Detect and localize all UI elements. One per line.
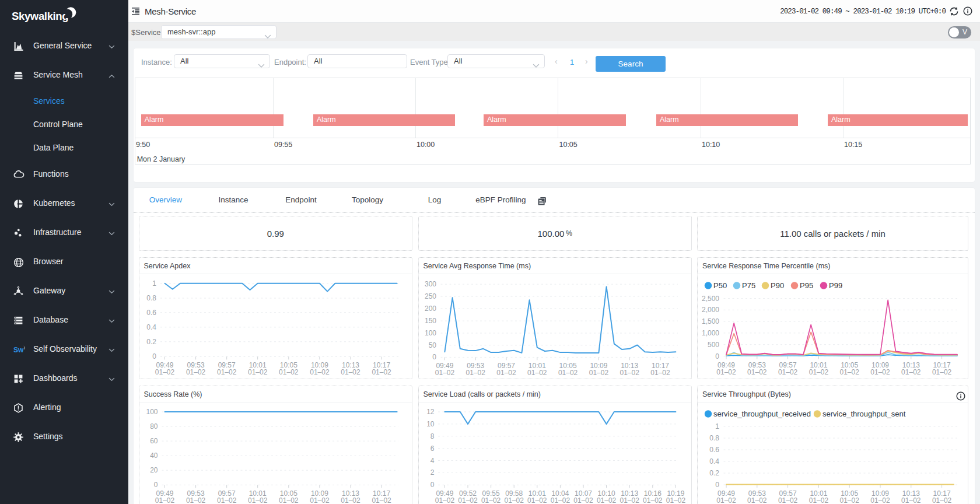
svg-text:01–02: 01–02: [809, 368, 829, 376]
svg-text:6: 6: [430, 444, 434, 453]
svg-text:10: 10: [426, 420, 435, 428]
svg-text:500: 500: [708, 340, 719, 348]
svg-text:01–02: 01–02: [217, 368, 237, 376]
svg-text:01–02: 01–02: [650, 369, 670, 377]
svg-text:01–02: 01–02: [901, 496, 921, 504]
svg-text:0: 0: [152, 352, 156, 360]
svg-text:50: 50: [428, 341, 436, 349]
svg-text:P90: P90: [771, 281, 784, 290]
svg-text:01–02: 01–02: [279, 496, 299, 504]
svg-text:01–02: 01–02: [155, 496, 174, 504]
svg-text:80: 80: [150, 422, 158, 430]
svg-text:60: 60: [150, 437, 158, 445]
svg-text:0: 0: [432, 353, 436, 361]
svg-text:01–02: 01–02: [901, 368, 921, 376]
svg-text:01–02: 01–02: [778, 368, 798, 376]
svg-text:2: 2: [430, 468, 434, 477]
svg-text:01–02: 01–02: [496, 369, 516, 377]
svg-text:100: 100: [424, 329, 436, 337]
svg-text:service_throughput_sent: service_throughput_sent: [822, 410, 906, 418]
svg-text:0: 0: [715, 352, 719, 360]
svg-text:0: 0: [153, 481, 158, 489]
svg-text:01–02: 01–02: [435, 496, 454, 504]
svg-text:100: 100: [146, 408, 158, 416]
svg-text:12: 12: [426, 408, 435, 416]
svg-text:01–02: 01–02: [666, 496, 685, 504]
svg-text:01–02: 01–02: [596, 496, 616, 504]
svg-text:01–02: 01–02: [310, 496, 330, 504]
svg-text:150: 150: [424, 317, 436, 325]
svg-text:01–02: 01–02: [248, 368, 268, 376]
svg-text:2,000: 2,000: [702, 306, 719, 314]
svg-text:0.4: 0.4: [709, 457, 719, 466]
svg-text:300: 300: [424, 280, 436, 288]
svg-text:01–02: 01–02: [716, 368, 736, 376]
svg-text:0.6: 0.6: [146, 308, 156, 316]
svg-text:P75: P75: [742, 281, 755, 290]
svg-text:0.2: 0.2: [709, 469, 719, 477]
svg-text:service_throughput_received: service_throughput_received: [713, 410, 811, 418]
svg-text:01–02: 01–02: [870, 368, 890, 376]
svg-text:01–02: 01–02: [217, 496, 237, 504]
svg-text:40: 40: [150, 452, 158, 460]
svg-text:1: 1: [715, 422, 719, 430]
svg-text:01–02: 01–02: [466, 369, 485, 377]
svg-text:01–02: 01–02: [747, 368, 767, 376]
svg-text:0.2: 0.2: [146, 337, 156, 345]
svg-text:01–02: 01–02: [716, 496, 736, 504]
svg-text:01–02: 01–02: [481, 496, 501, 504]
svg-text:1: 1: [152, 279, 156, 287]
svg-text:8: 8: [430, 432, 434, 440]
svg-text:01–02: 01–02: [186, 496, 205, 504]
svg-text:01–02: 01–02: [932, 368, 952, 376]
svg-text:01–02: 01–02: [341, 368, 360, 376]
svg-text:01–02: 01–02: [248, 496, 268, 504]
svg-text:0: 0: [715, 481, 719, 489]
svg-text:01–02: 01–02: [573, 496, 593, 504]
svg-text:20: 20: [150, 466, 158, 474]
svg-text:1,500: 1,500: [702, 317, 719, 326]
svg-text:01–02: 01–02: [558, 369, 578, 377]
svg-text:01–02: 01–02: [870, 496, 890, 504]
svg-text:P95: P95: [800, 281, 813, 290]
svg-text:P50: P50: [713, 281, 727, 290]
svg-text:250: 250: [424, 292, 436, 300]
svg-text:01–02: 01–02: [435, 369, 454, 377]
svg-text:01–02: 01–02: [527, 369, 547, 377]
svg-text:200: 200: [424, 304, 436, 312]
svg-text:01–02: 01–02: [778, 496, 798, 504]
svg-text:01–02: 01–02: [372, 368, 391, 376]
svg-text:1,000: 1,000: [702, 328, 719, 337]
svg-text:01–02: 01–02: [620, 369, 639, 377]
svg-text:01–02: 01–02: [840, 496, 860, 504]
svg-text:01–02: 01–02: [747, 496, 767, 504]
svg-text:0: 0: [430, 481, 434, 489]
svg-text:0.8: 0.8: [709, 434, 719, 442]
svg-text:01–02: 01–02: [504, 496, 524, 504]
svg-text:01–02: 01–02: [372, 496, 391, 504]
svg-text:01–02: 01–02: [589, 369, 608, 377]
svg-text:0.8: 0.8: [146, 294, 156, 302]
svg-text:01–02: 01–02: [550, 496, 570, 504]
svg-text:01–02: 01–02: [458, 496, 478, 504]
svg-text:01–02: 01–02: [310, 368, 330, 376]
svg-text:01–02: 01–02: [840, 368, 860, 376]
svg-text:0.4: 0.4: [146, 323, 156, 331]
svg-text:01–02: 01–02: [932, 496, 952, 504]
svg-text:01–02: 01–02: [643, 496, 663, 504]
svg-text:01–02: 01–02: [527, 496, 547, 504]
svg-text:2,500: 2,500: [702, 294, 719, 302]
svg-text:01–02: 01–02: [279, 368, 299, 376]
svg-text:01–02: 01–02: [155, 368, 174, 376]
svg-text:Sw: Sw: [13, 346, 24, 354]
svg-text:01–02: 01–02: [809, 496, 829, 504]
svg-text:4: 4: [430, 457, 434, 465]
svg-text:01–02: 01–02: [620, 496, 639, 504]
svg-text:01–02: 01–02: [186, 368, 205, 376]
svg-text:0.6: 0.6: [709, 446, 719, 454]
svg-text:01–02: 01–02: [341, 496, 360, 504]
svg-text:P99: P99: [829, 281, 842, 290]
